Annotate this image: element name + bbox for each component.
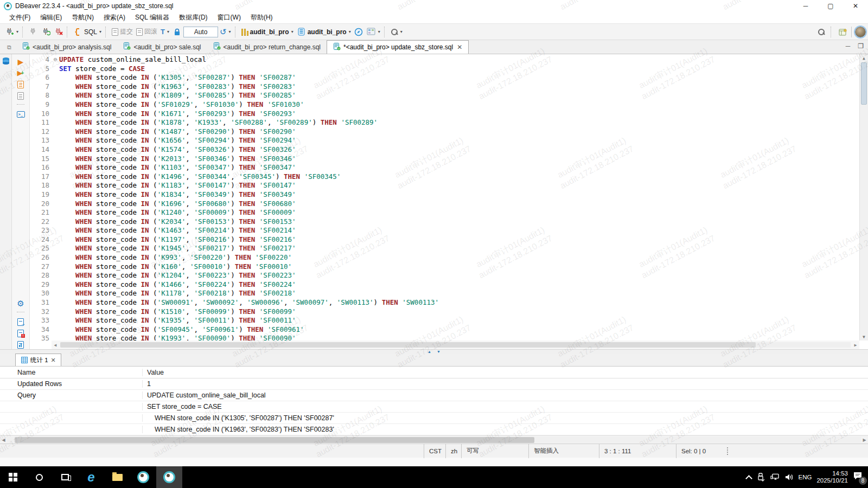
er-diagram-button[interactable]: ▾	[365, 25, 382, 38]
table-row[interactable]: WHEN store_code IN ('K1305', 'SF00287') …	[0, 413, 868, 424]
code-line[interactable]: 14 WHEN store_code IN ('K1574', 'SF00326…	[30, 145, 859, 155]
code-line[interactable]: 15 WHEN store_code IN ('K2013', 'SF00346…	[30, 155, 859, 164]
column-header-value[interactable]: Value	[142, 369, 868, 376]
quick-search-button[interactable]: ▾	[389, 27, 404, 37]
tray-chevron-icon[interactable]	[745, 475, 752, 482]
tab-sale[interactable]: <audit_bi_pro> sale.sql	[117, 40, 207, 54]
table-row[interactable]: Updated Rows1	[0, 378, 868, 390]
status-encoding[interactable]: CST	[424, 444, 445, 458]
tab-statistics[interactable]: 统计 1 ✕	[15, 354, 61, 366]
status-insert-mode[interactable]: 智能插入	[528, 444, 599, 458]
error-log-icon[interactable]: !	[16, 329, 25, 338]
code-line[interactable]: 5SET store_code = CASE	[30, 65, 859, 74]
code-line[interactable]: 22 WHEN store_code IN ('K2034', 'SF00153…	[30, 217, 859, 227]
lock-button[interactable]	[171, 25, 183, 38]
close-icon[interactable]: ✕	[51, 357, 56, 364]
internet-explorer-button[interactable]: e	[78, 466, 104, 488]
menu-item-help[interactable]: 帮助(H)	[246, 12, 278, 23]
menu-item-navigate[interactable]: 导航(N)	[67, 12, 99, 23]
minimize-button[interactable]: ─	[793, 0, 818, 12]
code-line[interactable]: 10 WHEN store_code IN ('K1671', 'SF00293…	[30, 110, 859, 119]
code-line[interactable]: 4⊖UPDATE custom_online_sale_bill_local	[30, 55, 859, 65]
statistics-doc-icon[interactable]	[16, 340, 25, 349]
speaker-icon[interactable]	[784, 473, 794, 482]
maximize-button[interactable]: ▢	[818, 0, 843, 12]
sash-up-icon[interactable]: ▲	[427, 350, 431, 354]
code-line[interactable]: 24 WHEN store_code IN ('K1197', 'SF00216…	[30, 235, 859, 245]
usb-icon[interactable]	[756, 473, 765, 482]
column-header-name[interactable]: Name	[0, 369, 142, 376]
code-line[interactable]: 21 WHEN store_code IN ('K1240', 'SF00009…	[30, 208, 859, 217]
database-selector[interactable]: audit_bi_pro ▾	[240, 27, 295, 37]
open-perspective-icon[interactable]	[839, 28, 848, 37]
settings-gear-icon[interactable]: ⚙	[16, 299, 25, 308]
table-row[interactable]: WHEN store_code IN ('K1963', 'SF00283') …	[0, 424, 868, 435]
code-line[interactable]: 17 WHEN store_code IN ('K1496', 'SF00344…	[30, 172, 859, 182]
rollback-button[interactable]: 回滚	[135, 25, 159, 38]
code-line[interactable]: 23 WHEN store_code IN ('K1463', 'SF00214…	[30, 226, 859, 235]
menu-item-edit[interactable]: 编辑(E)	[35, 12, 67, 23]
code-line[interactable]: 18 WHEN store_code IN ('K1183', 'SF00147…	[30, 181, 859, 190]
scroll-left-icon[interactable]: ◀	[0, 438, 7, 442]
action-center-button[interactable]: 8	[853, 471, 865, 483]
execute-new-tab-icon[interactable]: ▶+	[16, 68, 25, 78]
scroll-down-icon[interactable]: ▼	[860, 333, 868, 341]
tab-update-sbz-store[interactable]: *<audit_bi_pro> update_sbz_store.sql✕	[327, 40, 469, 54]
code-line[interactable]: 19 WHEN store_code IN ('K1834', 'SF00349…	[30, 190, 859, 200]
code-line[interactable]: 7 WHEN store_code IN ('K1963', 'SF00283'…	[30, 82, 859, 92]
export-result-icon[interactable]: →	[16, 317, 25, 326]
code-line[interactable]: 6 WHEN store_code IN ('K1305', 'SF00287'…	[30, 73, 859, 82]
reconnect-button[interactable]	[40, 25, 52, 38]
scroll-right-icon[interactable]: ▶	[861, 438, 868, 442]
scroll-left-icon[interactable]: ◀	[52, 343, 59, 348]
restore-panel-icon[interactable]: ⧉	[2, 41, 16, 54]
transaction-log-button[interactable]: ↺ ▾	[218, 26, 233, 37]
code-line[interactable]: 35 WHEN store_code IN ('K1993', 'SF00090…	[30, 334, 859, 341]
code-line[interactable]: 34 WHEN store_code IN ('SF00945', 'SF009…	[30, 325, 859, 335]
sql-editor-button[interactable]: SQL ▾	[72, 25, 103, 38]
code-line[interactable]: 9 WHEN store_code IN ('SF01029', 'SF0103…	[30, 100, 859, 110]
explain-plan-icon[interactable]	[16, 91, 25, 100]
open-terminal-icon[interactable]: >_	[16, 110, 25, 119]
menu-item-file[interactable]: 文件(F)	[4, 12, 35, 23]
fold-marker-icon[interactable]: ⊖	[52, 55, 59, 65]
results-horizontal-scrollbar[interactable]: ◀ ▶	[0, 435, 868, 444]
status-writable[interactable]: 可写	[461, 444, 528, 458]
menu-item-database[interactable]: 数据库(D)	[174, 12, 213, 23]
dbeaver-perspective-avatar[interactable]	[855, 27, 866, 37]
menu-item-window[interactable]: 窗口(W)	[213, 12, 246, 23]
editor-vertical-scrollbar[interactable]: ▲ ▼	[859, 54, 868, 341]
code-line[interactable]: 33 WHEN store_code IN ('K1935', 'SF00011…	[30, 316, 859, 325]
menu-item-search[interactable]: 搜索(A)	[99, 12, 130, 23]
code-line[interactable]: 31 WHEN store_code IN ('SW00091', 'SW000…	[30, 298, 859, 307]
status-bar-grip[interactable]	[727, 447, 731, 455]
sash-down-icon[interactable]: ▼	[437, 350, 441, 354]
database-navigator-icon[interactable]	[1, 56, 10, 66]
menu-item-sql-editor[interactable]: SQL 编辑器	[130, 12, 174, 23]
dbeaver-taskbar-button-active[interactable]	[156, 466, 182, 488]
navigator-compass-button[interactable]	[353, 25, 365, 38]
status-language[interactable]: zh	[445, 444, 461, 458]
execute-script-icon[interactable]	[16, 80, 25, 89]
dbeaver-taskbar-button[interactable]	[130, 466, 156, 488]
input-language-indicator[interactable]: ENG	[799, 474, 812, 480]
code-line[interactable]: 20 WHEN store_code IN ('K1696', 'SF00680…	[30, 200, 859, 209]
code-line[interactable]: 32 WHEN store_code IN ('K1510', 'SF00099…	[30, 307, 859, 317]
start-button[interactable]	[0, 466, 26, 488]
autocommit-combo[interactable]: Auto	[183, 27, 218, 37]
status-caret-position[interactable]: 3 : 1 : 111	[599, 444, 676, 458]
transaction-mode-button[interactable]: T ▾	[159, 26, 171, 37]
file-explorer-button[interactable]	[104, 466, 130, 488]
sql-code-editor[interactable]: 4⊖UPDATE custom_online_sale_bill_local5S…	[30, 54, 868, 349]
table-row[interactable]: SET store_code = CASE	[0, 401, 868, 413]
editor-horizontal-scrollbar[interactable]: ◀ ▶	[52, 341, 859, 349]
scroll-right-icon[interactable]: ▶	[852, 343, 859, 348]
minimize-editor-icon[interactable]: ─	[846, 42, 851, 50]
scroll-up-icon[interactable]: ▲	[860, 54, 868, 62]
code-line[interactable]: 29 WHEN store_code IN ('K1466', 'SF00224…	[30, 280, 859, 290]
disconnect-button[interactable]	[52, 25, 65, 38]
scrollbar-thumb[interactable]	[60, 342, 756, 348]
panel-sash[interactable]: ▲ ▼	[0, 349, 868, 354]
maximize-editor-icon[interactable]: ❐	[858, 42, 864, 50]
new-connection-button[interactable]: ▾	[3, 25, 20, 38]
